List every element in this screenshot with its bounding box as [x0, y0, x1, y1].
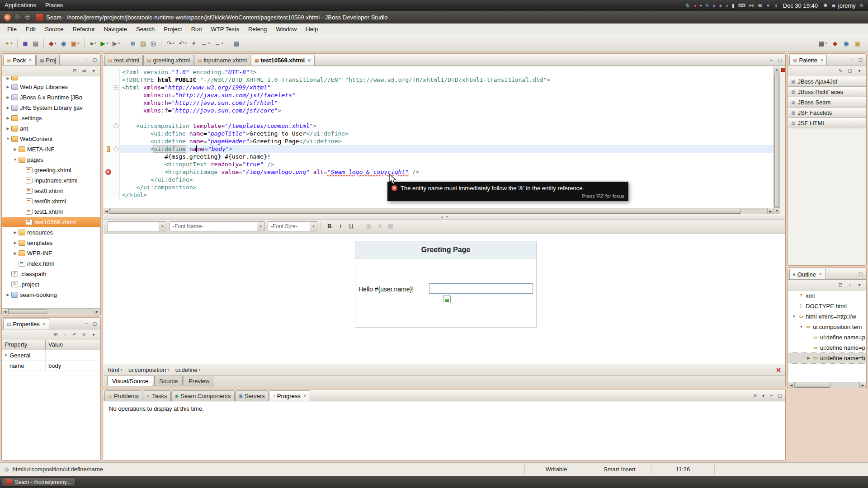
- taskbar-window-button[interactable]: Seam - /home/jeremy...: [2, 477, 75, 487]
- tree-item-web-inf[interactable]: ▶WEB-INF: [2, 248, 100, 258]
- view-tab-proj[interactable]: ▦Proj: [36, 55, 60, 65]
- dropdown-arrow-icon[interactable]: ▾: [121, 368, 123, 372]
- dropdown-arrow-icon[interactable]: ▾: [106, 42, 108, 45]
- code-line-4[interactable]: xmlns:ui="http://java.sun.com/jsf/facele…: [104, 91, 774, 99]
- tree-item-greeting-xhtml[interactable]: greeting.xhtml: [2, 165, 100, 175]
- property-value-cell[interactable]: [46, 350, 100, 360]
- dropdown-arrow-icon[interactable]: ▾: [11, 42, 13, 45]
- close-icon[interactable]: ✕: [303, 394, 307, 398]
- menu-search[interactable]: Search: [132, 23, 159, 35]
- maximize-icon[interactable]: ▢: [857, 57, 864, 63]
- tree-item-test0h-xhtml[interactable]: test0h.xhtml: [2, 196, 100, 206]
- status-insert-mode[interactable]: Smart Insert: [588, 465, 651, 474]
- horizontal-scrollbar[interactable]: ◀ ▶: [788, 382, 866, 388]
- make-deployable[interactable]: ⊕: [128, 38, 137, 49]
- scroll-left-icon[interactable]: ◀: [2, 309, 9, 314]
- sash-up-icon[interactable]: ▲: [441, 215, 444, 218]
- dropdown-arrow-icon[interactable]: ▾: [173, 42, 175, 45]
- dropdown-arrow-icon[interactable]: ▾: [185, 42, 187, 45]
- forward[interactable]: →▾: [212, 38, 225, 49]
- collapsed-arrow-icon[interactable]: ▶: [5, 95, 11, 99]
- tree-item-index-html[interactable]: index.html: [2, 258, 100, 269]
- code-line-9[interactable]: <ui:define name="pageTitle">Greeting to …: [104, 130, 774, 137]
- tree-item-partial[interactable]: ▶: [2, 76, 100, 82]
- code-line-8[interactable]: − <ui:composition template="/templates/c…: [104, 122, 774, 130]
- tree-item-test0-xhtml[interactable]: test0.xhtml: [2, 186, 100, 196]
- maximize-icon[interactable]: ▢: [857, 271, 864, 277]
- collapse-fold-icon[interactable]: −: [113, 123, 118, 128]
- debug[interactable]: ●▾: [88, 38, 98, 49]
- code-line-10[interactable]: <ui:define name="pageHeader">Greeting Pa…: [104, 137, 774, 145]
- scroll-right-icon[interactable]: ▶: [94, 309, 100, 314]
- menu-help[interactable]: Help: [301, 23, 322, 35]
- settings-icon[interactable]: ✱: [823, 3, 827, 8]
- collapsed-arrow-icon[interactable]: ▶: [12, 230, 18, 235]
- menu-window[interactable]: Window: [271, 23, 301, 35]
- tree-item-ui-define-name-p[interactable]: <>ui:define name=p: [788, 332, 866, 343]
- scrollbar-track[interactable]: [774, 73, 780, 207]
- window-minimize-button[interactable]: −: [14, 14, 21, 21]
- overview-error-marker[interactable]: [781, 68, 785, 72]
- dropdown-arrow-icon[interactable]: ▾: [118, 42, 120, 45]
- view-tab-progress[interactable]: ◔Progress✕: [269, 390, 311, 401]
- menu-releng[interactable]: Releng: [244, 23, 271, 35]
- element-style-combo[interactable]: ▾: [108, 221, 166, 231]
- menu-navigate[interactable]: Navigate: [99, 23, 132, 35]
- expanded-arrow-icon[interactable]: ▼: [12, 158, 18, 162]
- view-tab-outline[interactable]: ≡Outline✕: [789, 269, 826, 279]
- power-icon[interactable]: ⊙: [859, 3, 863, 8]
- tree-item-web-app-libraries[interactable]: ▶Web App Libraries: [2, 82, 100, 92]
- code-line-13[interactable]: <h:inputText readonly="true" />: [104, 160, 774, 168]
- remove-icon[interactable]: ✕: [80, 331, 88, 338]
- java-perspective[interactable]: ▣: [853, 38, 863, 49]
- menu-refactor[interactable]: Refactor: [68, 23, 99, 35]
- font-name-combo[interactable]: -Font Name- ▾: [170, 221, 264, 231]
- new-xhtml-page[interactable]: ▣▾: [69, 38, 81, 49]
- collapse-fold-icon[interactable]: −: [113, 146, 118, 151]
- code-horizontal-scrollbar[interactable]: ◀ ▶: [104, 208, 774, 214]
- editor-mode-tab-preview[interactable]: Preview: [184, 376, 214, 386]
- menu-run[interactable]: Run: [187, 23, 207, 35]
- last-edit-location[interactable]: ✦: [189, 38, 198, 49]
- expanded-arrow-icon[interactable]: ▼: [798, 325, 804, 329]
- palette-drawer-jboss-seam[interactable]: ▦JBoss Seam: [788, 97, 866, 108]
- back[interactable]: ←▾: [199, 38, 212, 49]
- view-menu-icon[interactable]: ▾: [760, 393, 767, 399]
- view-menu-icon[interactable]: ▾: [856, 282, 863, 289]
- mail-icon[interactable]: ✉: [758, 3, 762, 8]
- collapsed-arrow-icon[interactable]: ▶: [5, 116, 11, 120]
- menu-file[interactable]: File: [3, 23, 21, 35]
- expanded-arrow-icon[interactable]: ▼: [3, 353, 9, 357]
- update-notifier-icon[interactable]: ↻: [686, 3, 690, 8]
- code-line-1[interactable]: <?xml version="1.0" encoding="UTF-8"?>: [104, 68, 774, 76]
- font-size-combo[interactable]: -Font Size- ▾: [268, 221, 317, 231]
- toggle-source-editor[interactable]: ▦: [231, 38, 241, 49]
- restore-value-icon[interactable]: ↶: [71, 331, 78, 338]
- bold-button[interactable]: B: [324, 221, 335, 231]
- code-line-7[interactable]: [104, 114, 774, 122]
- code-line-5[interactable]: xmlns:h="http://java.sun.com/jsf/html": [104, 99, 774, 107]
- close-icon[interactable]: ✕: [819, 272, 822, 277]
- tree-item-doctype-html[interactable]: !DOCTYPE:html: [788, 301, 866, 311]
- expanded-arrow-icon[interactable]: ▼: [5, 137, 11, 141]
- panel-menu-applications[interactable]: Applications: [0, 0, 41, 11]
- collapse-all-icon[interactable]: ⊟: [837, 282, 844, 289]
- scroll-right-icon[interactable]: ▶: [859, 382, 866, 388]
- dropdown-arrow-icon[interactable]: ▾: [825, 42, 827, 45]
- view-tab-seam-components[interactable]: ◉Seam Components: [171, 390, 235, 401]
- minimize-icon[interactable]: −: [83, 57, 90, 63]
- tree-item-pages[interactable]: ▼pages: [2, 155, 100, 165]
- clock[interactable]: Dec 30 19:40: [783, 2, 818, 9]
- dropdown-arrow-icon[interactable]: ▾: [55, 42, 57, 45]
- view-tab-inputname-xhtml[interactable]: ▤inputname.xhtml: [194, 55, 250, 66]
- web-perspective[interactable]: ◉: [842, 38, 851, 49]
- code-line-11[interactable]: − <ui:define name="body">: [104, 145, 774, 153]
- italic-button[interactable]: I: [335, 221, 346, 231]
- minimize-icon[interactable]: −: [768, 393, 775, 399]
- dropdown-arrow-icon[interactable]: ▾: [167, 368, 169, 372]
- collapsed-arrow-icon[interactable]: ▶: [5, 127, 11, 131]
- expanded-arrow-icon[interactable]: ▼: [791, 314, 797, 319]
- insert-table-icon[interactable]: ▦: [385, 221, 396, 231]
- skype-icon[interactable]: S: [706, 3, 709, 8]
- code-line-14[interactable]: ✕ <h:graphicImage value="/img/seamlogo.p…: [104, 168, 774, 176]
